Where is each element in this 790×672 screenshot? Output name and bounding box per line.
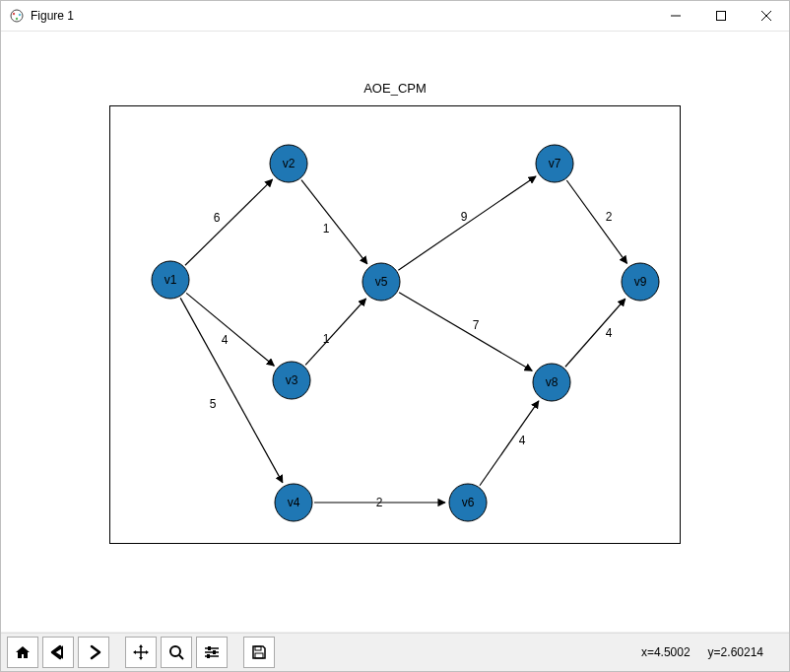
edge-v1-v4	[180, 298, 283, 482]
edge-v2-v5	[301, 180, 367, 264]
node-v8	[533, 364, 570, 401]
svg-point-3	[16, 18, 18, 20]
edge-v3-v5	[305, 299, 365, 365]
save-icon	[250, 643, 268, 661]
svg-rect-13	[208, 646, 211, 650]
node-v7	[536, 145, 573, 182]
svg-rect-17	[207, 654, 210, 658]
edge-label-v1-v2: 6	[214, 211, 221, 225]
window-title: Figure 1	[31, 9, 74, 23]
save-button[interactable]	[243, 637, 275, 668]
arrow-right-icon	[85, 643, 102, 661]
maximize-icon	[716, 11, 726, 21]
titlebar: Figure 1	[1, 1, 789, 32]
edge-v1-v2	[185, 179, 273, 265]
sliders-icon	[203, 643, 221, 661]
minimize-icon	[671, 11, 681, 21]
node-v9	[622, 263, 659, 301]
move-icon	[132, 643, 150, 661]
svg-point-1	[13, 13, 15, 15]
edge-v5-v8	[399, 293, 532, 371]
node-v3	[273, 362, 310, 399]
edge-label-v5-v8: 7	[473, 318, 480, 332]
svg-point-2	[19, 14, 21, 16]
figure-window: Figure 1 AOE_CPM	[0, 0, 790, 672]
home-button[interactable]	[7, 637, 38, 668]
svg-rect-5	[717, 12, 726, 21]
graph-svg: 64511297424v1v2v3v4v5v6v7v8v9	[110, 106, 680, 543]
edge-label-v4-v6: 2	[376, 496, 383, 509]
edge-label-v1-v4: 5	[210, 397, 217, 411]
edge-v7-v9	[566, 180, 626, 263]
zoom-button[interactable]	[161, 637, 192, 668]
minimize-button[interactable]	[653, 1, 698, 31]
edge-v1-v3	[186, 293, 274, 366]
app-icon	[9, 8, 25, 24]
plot-area: 64511297424v1v2v3v4v5v6v7v8v9	[109, 105, 681, 544]
search-icon	[167, 643, 185, 661]
edge-label-v5-v7: 9	[461, 210, 468, 224]
close-button[interactable]	[744, 1, 789, 31]
cursor-x: x=4.5002	[641, 645, 691, 659]
node-v4	[275, 484, 312, 521]
node-v6	[449, 484, 487, 521]
edge-v6-v8	[480, 401, 539, 486]
toolbar: x=4.5002 y=2.60214	[1, 633, 789, 671]
chart-title: AOE_CPM	[109, 81, 681, 96]
configure-button[interactable]	[196, 637, 228, 668]
svg-line-11	[179, 655, 183, 659]
svg-rect-15	[213, 650, 216, 654]
home-icon	[14, 643, 32, 661]
node-v1	[152, 261, 189, 299]
canvas-area[interactable]: AOE_CPM 64511297424v1v2v3v4v5v6v7v8v9	[1, 32, 789, 632]
svg-point-0	[11, 10, 23, 22]
cursor-y: y=2.60214	[708, 645, 763, 659]
edge-v8-v9	[565, 299, 625, 367]
svg-point-10	[170, 646, 180, 656]
forward-button[interactable]	[78, 637, 109, 668]
node-v2	[270, 145, 307, 182]
cursor-coordinates: x=4.5002 y=2.60214	[641, 645, 783, 659]
maximize-button[interactable]	[698, 1, 744, 31]
node-v5	[362, 263, 400, 301]
edge-label-v6-v8: 4	[519, 434, 526, 447]
pan-button[interactable]	[125, 637, 157, 668]
back-button[interactable]	[42, 637, 74, 668]
edge-label-v2-v5: 1	[323, 222, 330, 235]
close-icon	[761, 11, 771, 21]
edge-label-v8-v9: 4	[606, 326, 613, 340]
edge-label-v3-v5: 1	[323, 332, 330, 346]
arrow-left-icon	[49, 643, 67, 661]
edge-label-v1-v3: 4	[222, 333, 229, 347]
edge-label-v7-v9: 2	[606, 210, 613, 224]
